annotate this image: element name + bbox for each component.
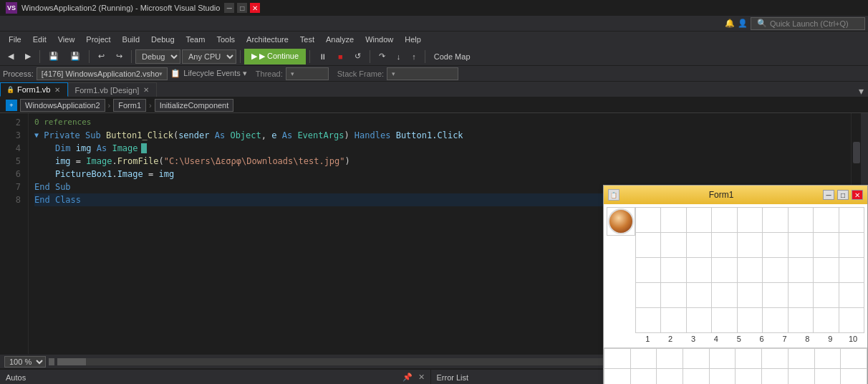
grid-cell[interactable] bbox=[737, 283, 762, 308]
grid-cell[interactable] bbox=[839, 308, 864, 333]
grid-cell[interactable] bbox=[737, 308, 762, 333]
dialog-close-btn[interactable]: ✕ bbox=[852, 190, 863, 200]
save-all-btn[interactable]: 💾 bbox=[65, 49, 85, 64]
dialog-restore-btn[interactable]: □ bbox=[837, 190, 849, 200]
dialog-minimize-btn[interactable]: ─ bbox=[823, 190, 834, 200]
grid-cell[interactable] bbox=[737, 208, 762, 233]
grid-cell[interactable] bbox=[712, 233, 737, 258]
lifecycle-btn[interactable]: 📋 bbox=[170, 69, 180, 78]
grid-cell[interactable] bbox=[763, 258, 788, 283]
thread-dropdown[interactable]: ▾ bbox=[286, 67, 329, 80]
menu-project[interactable]: Project bbox=[80, 34, 116, 45]
panel-close-icon[interactable]: ✕ bbox=[418, 373, 425, 382]
grid-cell[interactable] bbox=[839, 233, 864, 258]
save-btn[interactable]: 💾 bbox=[44, 49, 64, 64]
process-dropdown-arrow[interactable]: ▾ bbox=[159, 70, 163, 77]
bottom-grid-cell[interactable] bbox=[709, 369, 736, 385]
grid-cell[interactable] bbox=[814, 233, 839, 258]
grid-cell[interactable] bbox=[712, 258, 737, 283]
stop-btn[interactable]: ■ bbox=[333, 49, 348, 64]
grid-cell[interactable] bbox=[712, 308, 737, 333]
bottom-grid-cell[interactable] bbox=[736, 369, 762, 385]
autos-tab[interactable]: Autos bbox=[6, 373, 26, 382]
grid-cell[interactable] bbox=[661, 258, 686, 283]
grid-cell[interactable] bbox=[763, 208, 788, 233]
grid-cell[interactable] bbox=[686, 233, 711, 258]
breadcrumb-method[interactable]: InitializeComponent bbox=[155, 99, 234, 112]
bottom-grid-cell[interactable] bbox=[762, 369, 789, 385]
stackframe-arrow[interactable]: ▾ bbox=[392, 70, 395, 77]
bottom-grid-cell[interactable] bbox=[788, 349, 814, 369]
grid-cell[interactable] bbox=[788, 308, 813, 333]
breadcrumb-project[interactable]: WindowsApplication2 bbox=[20, 99, 105, 112]
menu-window[interactable]: Window bbox=[360, 34, 399, 45]
bottom-grid-cell[interactable] bbox=[604, 369, 631, 385]
grid-cell[interactable] bbox=[661, 233, 686, 258]
close-button[interactable]: ✕ bbox=[250, 3, 260, 13]
grid-cell[interactable] bbox=[636, 308, 661, 333]
bottom-grid-cell[interactable] bbox=[814, 369, 841, 385]
scrollbar-thumb[interactable] bbox=[57, 358, 86, 365]
bottom-grid-cell[interactable] bbox=[762, 349, 789, 369]
tab-form1-design-close[interactable]: ✕ bbox=[142, 86, 150, 95]
restore-button[interactable]: □ bbox=[237, 3, 247, 13]
grid-cell[interactable] bbox=[763, 308, 788, 333]
process-value[interactable]: [4176] WindowsApplication2.vsho ▾ bbox=[37, 67, 168, 80]
bottom-grid-cell[interactable] bbox=[841, 369, 867, 385]
grid-cell[interactable] bbox=[814, 283, 839, 308]
menu-architecture[interactable]: Architecture bbox=[241, 34, 294, 45]
bottom-grid-cell[interactable] bbox=[683, 349, 710, 369]
bottom-grid-cell[interactable] bbox=[841, 349, 867, 369]
undo-btn[interactable]: ↩ bbox=[93, 49, 110, 64]
step-over-btn[interactable]: ↷ bbox=[374, 49, 390, 64]
grid-cell[interactable] bbox=[737, 258, 762, 283]
grid-cell[interactable] bbox=[661, 208, 686, 233]
grid-cell[interactable] bbox=[636, 283, 661, 308]
tab-form1-vb[interactable]: 🔒 Form1.vb ✕ bbox=[0, 82, 68, 97]
grid-cell[interactable] bbox=[737, 233, 762, 258]
bottom-grid-cell[interactable] bbox=[630, 349, 657, 369]
grid-cell[interactable] bbox=[788, 208, 813, 233]
grid-cell[interactable] bbox=[788, 283, 813, 308]
menu-tools[interactable]: Tools bbox=[211, 34, 241, 45]
lifecycle-label[interactable]: Lifecycle Events ▾ bbox=[183, 69, 247, 78]
grid-cell[interactable] bbox=[636, 258, 661, 283]
step-out-btn[interactable]: ↑ bbox=[407, 49, 421, 64]
tab-form1-design[interactable]: Form1.vb [Design] ✕ bbox=[68, 82, 157, 97]
zoom-select[interactable]: 100 % bbox=[4, 356, 46, 368]
menu-debug[interactable]: Debug bbox=[145, 34, 180, 45]
scroll-thumb[interactable] bbox=[853, 142, 860, 163]
grid-cell[interactable] bbox=[763, 283, 788, 308]
grid-cell[interactable] bbox=[712, 283, 737, 308]
bottom-grid-cell[interactable] bbox=[683, 369, 710, 385]
redo-btn[interactable]: ↪ bbox=[111, 49, 127, 64]
bottom-grid-cell[interactable] bbox=[788, 369, 814, 385]
error-list-tab[interactable]: Error List bbox=[437, 373, 469, 382]
continue-button[interactable]: ▶ ▶ Continue bbox=[244, 49, 306, 64]
menu-file[interactable]: File bbox=[3, 34, 27, 45]
menu-help[interactable]: Help bbox=[399, 34, 427, 45]
grid-cell[interactable] bbox=[788, 258, 813, 283]
zoom-decrease-btn[interactable] bbox=[49, 358, 54, 365]
bottom-grid-cell[interactable] bbox=[709, 349, 736, 369]
bottom-grid-cell[interactable] bbox=[630, 369, 657, 385]
bottom-grid-cell[interactable] bbox=[657, 369, 683, 385]
quick-launch-input[interactable]: 🔍 Quick Launch (Ctrl+Q) bbox=[751, 17, 865, 30]
grid-cell[interactable] bbox=[788, 233, 813, 258]
bottom-grid-cell[interactable] bbox=[604, 349, 631, 369]
bottom-grid-cell[interactable] bbox=[736, 349, 762, 369]
grid-cell[interactable] bbox=[839, 258, 864, 283]
grid-cell[interactable] bbox=[814, 308, 839, 333]
grid-cell[interactable] bbox=[763, 233, 788, 258]
expand-btn[interactable]: + bbox=[6, 100, 17, 111]
debug-config-dropdown[interactable]: Debug bbox=[135, 49, 180, 64]
menu-team[interactable]: Team bbox=[180, 34, 211, 45]
grid-cell[interactable] bbox=[839, 283, 864, 308]
cpu-config-dropdown[interactable]: Any CPU bbox=[182, 49, 236, 64]
grid-cell[interactable] bbox=[661, 283, 686, 308]
grid-cell[interactable] bbox=[712, 208, 737, 233]
menu-edit[interactable]: Edit bbox=[27, 34, 52, 45]
tabs-overflow-btn[interactable]: ▾ bbox=[854, 85, 868, 97]
code-map-btn[interactable]: Code Map bbox=[429, 49, 476, 64]
menu-build[interactable]: Build bbox=[117, 34, 145, 45]
